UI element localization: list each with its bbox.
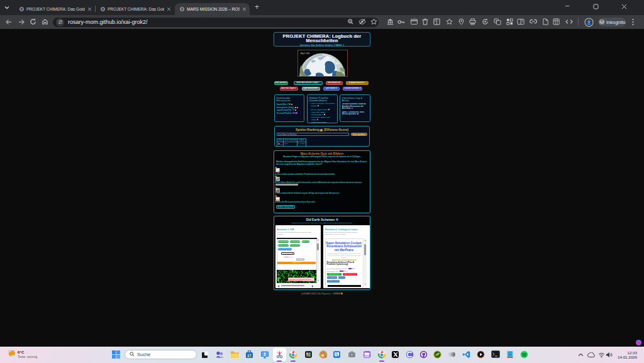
svg-text:May 9, 2016: May 9, 2016 bbox=[301, 52, 310, 54]
